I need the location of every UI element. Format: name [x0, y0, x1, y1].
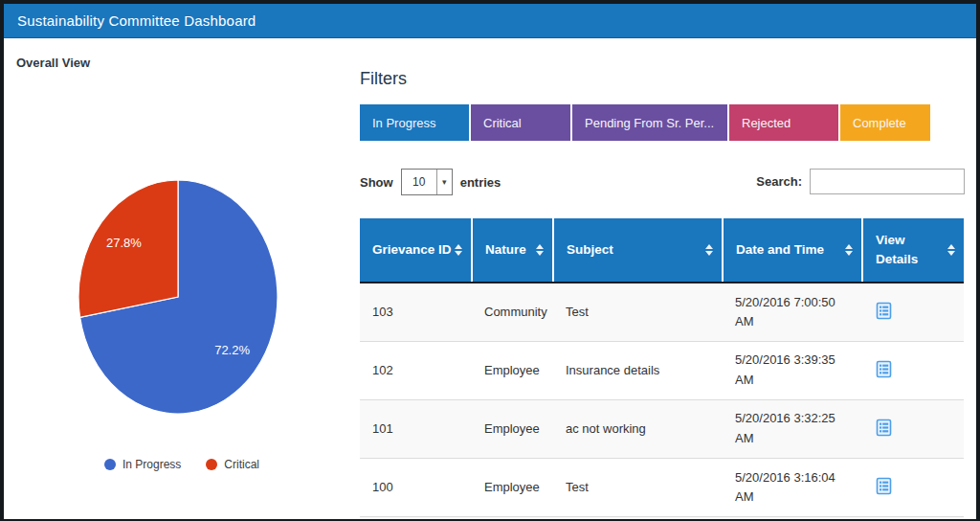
cell-grievance-id: 102 — [360, 341, 472, 399]
view-details-icon[interactable] — [875, 477, 893, 498]
pie-slice-label: 72.2% — [214, 343, 250, 357]
cell-date-time: 5/20/2016 3:32:25 AM — [723, 399, 862, 458]
cell-subject: ac not working — [553, 399, 723, 458]
legend-dot-critical — [206, 459, 217, 470]
cell-date-time: 5/20/2016 3:16:04 AM — [723, 458, 862, 516]
grievances-panel: Filters In Progress Critical Pending Fro… — [356, 38, 965, 519]
entries-select[interactable]: 10 ▾ — [401, 169, 453, 195]
table-controls: Show 10 ▾ entries Search: — [360, 169, 965, 197]
entries-select-value: 10 — [402, 170, 436, 194]
column-header-view-details[interactable]: View Details — [862, 218, 964, 283]
column-label: Grievance ID — [372, 240, 452, 260]
cell-nature: Community — [472, 283, 553, 341]
legend-label: Critical — [224, 458, 259, 471]
sort-icon — [947, 244, 955, 256]
legend-dot-in-progress — [104, 459, 116, 470]
cell-nature: Employee — [472, 399, 553, 458]
cell-subject: Test — [553, 283, 723, 341]
sort-icon — [455, 244, 462, 256]
cell-view-details — [862, 458, 964, 516]
column-header-nature[interactable]: Nature — [472, 218, 553, 283]
app-window: Sustainability Committee Dashboard Overa… — [0, 0, 980, 521]
pie-chart: 72.2%27.8% — [58, 172, 298, 423]
cell-date-time: 5/20/2016 3:39:35 AM — [723, 341, 862, 399]
cell-view-details — [862, 283, 964, 341]
view-details-icon[interactable] — [875, 360, 893, 381]
overall-view-panel: Overall View 72.2%27.8% In Progress Crit… — [4, 38, 356, 519]
legend-item-in-progress: In Progress — [104, 458, 181, 471]
legend-label: In Progress — [122, 458, 181, 471]
filter-buttons: In Progress Critical Pending From Sr. Pe… — [360, 104, 930, 141]
filter-button-complete[interactable]: Complete — [840, 104, 930, 141]
main-content: Overall View 72.2%27.8% In Progress Crit… — [4, 38, 976, 519]
view-details-icon[interactable] — [875, 419, 893, 440]
filter-button-pending[interactable]: Pending From Sr. Per... — [572, 104, 727, 141]
cell-nature: Employee — [472, 341, 553, 399]
cell-subject: Insurance details — [553, 341, 723, 399]
entries-label: entries — [460, 175, 501, 190]
table-row: 101 Employee ac not working 5/20/2016 3:… — [360, 399, 964, 458]
chevron-down-icon: ▾ — [436, 170, 452, 194]
table-row: 100 Employee Test 5/20/2016 3:16:04 AM — [360, 458, 964, 516]
column-label: Date and Time — [736, 240, 824, 260]
legend-item-critical: Critical — [206, 458, 259, 471]
filters-title: Filters — [360, 69, 407, 89]
show-entries-control: Show 10 ▾ entries — [360, 169, 501, 195]
chart-legend: In Progress Critical — [4, 458, 360, 471]
cell-view-details — [862, 341, 964, 399]
column-label: Subject — [567, 240, 613, 260]
show-label: Show — [360, 175, 393, 190]
column-label: View Details — [876, 231, 947, 268]
column-header-date-time[interactable]: Date and Time — [723, 218, 862, 283]
page-title: Sustainability Committee Dashboard — [17, 12, 256, 29]
table-row: 103 Community Test 5/20/2016 7:00:50 AM — [360, 283, 964, 341]
sort-icon — [845, 244, 853, 256]
cell-grievance-id: 100 — [360, 458, 472, 516]
filter-button-rejected[interactable]: Rejected — [729, 104, 838, 141]
column-header-subject[interactable]: Subject — [553, 218, 723, 283]
sort-icon — [705, 244, 713, 256]
filter-button-critical[interactable]: Critical — [471, 104, 570, 141]
sort-icon — [536, 244, 544, 256]
search-control: Search: — [756, 169, 965, 194]
cell-view-details — [862, 399, 964, 458]
pie-slice-label: 27.8% — [106, 236, 142, 250]
table-row-partial — [360, 516, 964, 521]
cell-subject: Test — [553, 458, 723, 516]
cell-nature: Employee — [472, 458, 553, 516]
table-row: 102 Employee Insurance details 5/20/2016… — [360, 341, 964, 399]
table-header-row: Grievance ID Nature Subject Date an — [360, 218, 964, 283]
grievances-table: Grievance ID Nature Subject Date an — [360, 218, 964, 516]
column-label: Nature — [485, 240, 526, 260]
search-label: Search: — [756, 174, 802, 189]
cell-date-time: 5/20/2016 7:00:50 AM — [723, 283, 862, 341]
overall-view-title: Overall View — [16, 56, 90, 70]
cell-grievance-id: 103 — [360, 283, 472, 341]
view-details-icon[interactable] — [875, 302, 893, 323]
search-input[interactable] — [810, 169, 965, 194]
cell-grievance-id: 101 — [360, 399, 472, 458]
column-header-grievance-id[interactable]: Grievance ID — [360, 218, 472, 283]
filter-button-in-progress[interactable]: In Progress — [360, 104, 469, 141]
app-header: Sustainability Committee Dashboard — [4, 4, 976, 38]
